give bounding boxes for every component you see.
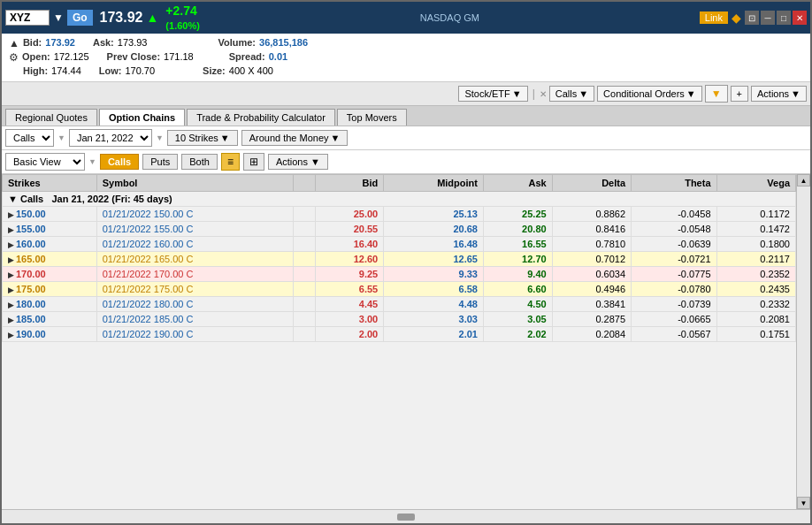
- ticker-dropdown-icon[interactable]: ▼: [53, 11, 64, 24]
- cell-symbol: 01/21/2022 150.00 C: [96, 207, 293, 222]
- table-row[interactable]: ▶155.00 01/21/2022 155.00 C 20.55 20.68 …: [3, 222, 796, 237]
- conditional-orders-label: Conditional Orders: [603, 88, 685, 99]
- cell-ask: 6.60: [483, 282, 552, 297]
- low-value: 170.70: [125, 65, 155, 76]
- range-label: Around the Money: [249, 133, 329, 143]
- link-button[interactable]: Link: [700, 11, 728, 24]
- cell-midpoint: 20.68: [384, 222, 484, 237]
- view-select[interactable]: Basic View: [5, 153, 85, 171]
- calls-close-icon[interactable]: ✕: [540, 89, 547, 99]
- spread-item: Spread: 0.01: [229, 51, 287, 64]
- filter-button[interactable]: ▼: [705, 85, 728, 103]
- cell-ask: 12.70: [483, 252, 552, 267]
- bid-item: ▲ Bid: 173.92: [9, 37, 75, 49]
- spread-label: Spread:: [229, 51, 265, 64]
- go-button[interactable]: Go: [67, 10, 93, 26]
- col-strikes: Strikes: [3, 175, 97, 192]
- cell-empty: [293, 207, 315, 222]
- table-row[interactable]: ▶160.00 01/21/2022 160.00 C 16.40 16.48 …: [3, 237, 796, 252]
- cell-bid: 2.00: [315, 327, 384, 342]
- actions-view-dropdown[interactable]: Actions ▼: [268, 154, 328, 170]
- bid-value: 173.92: [45, 37, 75, 49]
- table-row[interactable]: ▶150.00 01/21/2022 150.00 C 25.00 25.13 …: [3, 207, 796, 222]
- cell-strike: ▶185.00: [3, 312, 97, 327]
- cell-ask: 4.50: [483, 297, 552, 312]
- cell-empty: [293, 312, 315, 327]
- cell-midpoint: 25.13: [384, 207, 484, 222]
- size-value: 400 X 400: [229, 65, 273, 76]
- bid-icon: ▲: [9, 37, 19, 49]
- stock-etf-dropdown[interactable]: Stock/ETF ▼: [458, 86, 527, 102]
- strikes-dropdown[interactable]: 10 Strikes ▼: [167, 130, 238, 146]
- cell-bid: 12.60: [315, 252, 384, 267]
- cell-vega: 0.1472: [716, 222, 796, 237]
- tab-regional-quotes[interactable]: Regional Quotes: [5, 109, 97, 126]
- cell-ask: 16.55: [483, 237, 552, 252]
- current-price: 173.92: [100, 10, 143, 26]
- range-dropdown[interactable]: Around the Money ▼: [241, 130, 349, 146]
- table-row[interactable]: ▶190.00 01/21/2022 190.00 C 2.00 2.01 2.…: [3, 327, 796, 342]
- cell-strike: ▶155.00: [3, 222, 97, 237]
- restore-button[interactable]: ⊡: [745, 11, 759, 25]
- view-arrow-icon: ▼: [88, 157, 96, 166]
- actions-dropdown-toolbar[interactable]: Actions ▼: [751, 86, 807, 102]
- cell-bid: 6.55: [315, 282, 384, 297]
- calls-filter-button[interactable]: Calls: [100, 154, 139, 170]
- tab-option-chains[interactable]: Option Chains: [99, 109, 185, 126]
- table-row[interactable]: ▶180.00 01/21/2022 180.00 C 4.45 4.48 4.…: [3, 297, 796, 312]
- conditional-orders-dropdown[interactable]: Conditional Orders ▼: [597, 86, 702, 102]
- size-label: Size:: [203, 65, 226, 76]
- single-row-layout-button[interactable]: ≡: [221, 153, 240, 171]
- stock-etf-chevron-icon: ▼: [512, 88, 522, 99]
- tab-trade-probability[interactable]: Trade & Probability Calculator: [187, 109, 335, 126]
- cell-vega: 0.2352: [716, 267, 796, 282]
- scroll-track[interactable]: [797, 186, 810, 497]
- tab-top-movers[interactable]: Top Movers: [337, 109, 407, 126]
- minimize-button[interactable]: ─: [761, 11, 775, 25]
- expiry-date-select[interactable]: Jan 21, 2022: [69, 129, 152, 147]
- calls-label: Calls: [555, 88, 577, 99]
- cell-empty: [293, 267, 315, 282]
- table-row[interactable]: ▶175.00 01/21/2022 175.00 C 6.55 6.58 6.…: [3, 282, 796, 297]
- cell-midpoint: 3.03: [384, 312, 484, 327]
- right-scrollbar: ▲ ▼: [796, 174, 810, 509]
- toolbar-separator: |: [532, 88, 535, 100]
- ticker-input[interactable]: XYZ: [5, 10, 50, 26]
- cell-symbol: 01/21/2022 180.00 C: [96, 297, 293, 312]
- spread-value: 0.01: [269, 51, 287, 64]
- cell-empty: [293, 282, 315, 297]
- horizontal-scrollbar[interactable]: [2, 509, 810, 523]
- add-button[interactable]: +: [731, 86, 748, 102]
- cell-vega: 0.2332: [716, 297, 796, 312]
- window-controls: ⊡ ─ □ ✕: [745, 11, 807, 25]
- col-ask: Ask: [483, 175, 552, 192]
- date-arrow-icon: ▼: [156, 133, 164, 142]
- cell-symbol: 01/21/2022 190.00 C: [96, 327, 293, 342]
- cell-empty: [293, 297, 315, 312]
- options-bar: Calls ▼ Jan 21, 2022 ▼ 10 Strikes ▼ Arou…: [2, 126, 810, 150]
- double-row-layout-button[interactable]: ⊞: [243, 153, 264, 171]
- ask-value: 173.93: [118, 37, 148, 49]
- table-row[interactable]: ▶170.00 01/21/2022 170.00 C 9.25 9.33 9.…: [3, 267, 796, 282]
- scroll-up-button[interactable]: ▲: [797, 174, 810, 186]
- table-wrapper: Strikes Symbol Bid Midpoint Ask Delta Th…: [2, 174, 796, 509]
- table-row[interactable]: ▶165.00 01/21/2022 165.00 C 12.60 12.65 …: [3, 252, 796, 267]
- maximize-button[interactable]: □: [777, 11, 791, 25]
- cell-theta: -0.0739: [632, 297, 716, 312]
- scroll-down-button[interactable]: ▼: [797, 497, 810, 509]
- both-filter-button[interactable]: Both: [181, 154, 218, 170]
- volume-label: Volume:: [218, 37, 256, 49]
- table-header-row: Strikes Symbol Bid Midpoint Ask Delta Th…: [3, 175, 796, 192]
- horizontal-scroll-thumb[interactable]: [397, 514, 415, 521]
- high-item: High: 174.44: [23, 65, 81, 76]
- puts-filter-button[interactable]: Puts: [142, 154, 178, 170]
- table-row[interactable]: ▶185.00 01/21/2022 185.00 C 3.00 3.03 3.…: [3, 312, 796, 327]
- option-type-select[interactable]: Calls: [5, 129, 54, 147]
- cell-vega: 0.1751: [716, 327, 796, 342]
- cell-strike: ▶150.00: [3, 207, 97, 222]
- calls-dropdown[interactable]: Calls ▼: [549, 86, 594, 102]
- high-label: High:: [23, 65, 48, 76]
- close-button[interactable]: ✕: [793, 11, 807, 25]
- cell-midpoint: 4.48: [384, 297, 484, 312]
- quote-bar: ▲ Bid: 173.92 Ask: 173.93 Volume: 36,815…: [2, 34, 810, 82]
